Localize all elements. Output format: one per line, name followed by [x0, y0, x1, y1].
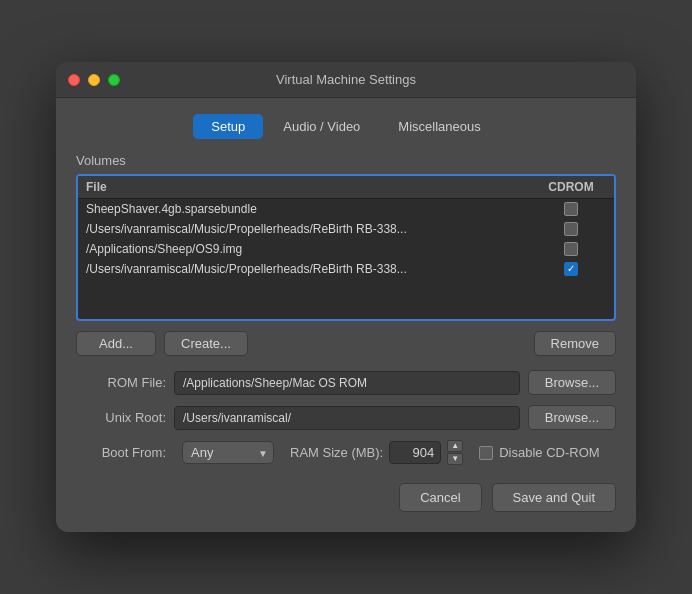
ram-decrement-button[interactable]: ▼ [447, 453, 463, 465]
unix-value: /Users/ivanramiscal/ [174, 406, 520, 430]
rom-label: ROM File: [76, 375, 166, 390]
volumes-header: File CDROM [78, 176, 614, 199]
close-button[interactable] [68, 74, 80, 86]
cdrom-checkbox-2[interactable] [564, 242, 578, 256]
ram-increment-button[interactable]: ▲ [447, 440, 463, 452]
vol-file-0: SheepShaver.4gb.sparsebundle [86, 202, 536, 216]
traffic-lights [68, 74, 120, 86]
vol-cdrom-0 [536, 202, 606, 216]
ram-input[interactable] [389, 441, 441, 464]
rom-value: /Applications/Sheep/Mac OS ROM [174, 371, 520, 395]
volumes-section-label: Volumes [76, 153, 616, 168]
tab-audio-video[interactable]: Audio / Video [265, 114, 378, 139]
disable-cdrom-label: Disable CD-ROM [499, 445, 599, 460]
remove-button[interactable]: Remove [534, 331, 616, 356]
ram-label: RAM Size (MB): [290, 445, 383, 460]
ram-group: RAM Size (MB): ▲ ▼ [290, 440, 463, 465]
window-title: Virtual Machine Settings [276, 72, 416, 87]
vol-file-2: /Applications/Sheep/OS9.img [86, 242, 536, 256]
vol-cdrom-3 [536, 262, 606, 276]
cdrom-checkbox-1[interactable] [564, 222, 578, 236]
tab-bar: Setup Audio / Video Miscellaneous [76, 114, 616, 139]
boot-row: Boot From: Any CD-ROM Hard Disk ▼ RAM Si… [76, 440, 616, 465]
volumes-buttons: Add... Create... Remove [76, 331, 616, 356]
vol-cdrom-2 [536, 242, 606, 256]
vol-file-1: /Users/ivanramiscal/Music/Propellerheads… [86, 222, 536, 236]
cdrom-checkbox-0[interactable] [564, 202, 578, 216]
table-row[interactable]: /Applications/Sheep/OS9.img [78, 239, 614, 259]
titlebar: Virtual Machine Settings [56, 62, 636, 98]
virtual-machine-settings-window: Virtual Machine Settings Setup Audio / V… [56, 62, 636, 532]
maximize-button[interactable] [108, 74, 120, 86]
volumes-box: File CDROM SheepShaver.4gb.sparsebundle … [76, 174, 616, 321]
create-button[interactable]: Create... [164, 331, 248, 356]
unix-label: Unix Root: [76, 410, 166, 425]
tab-setup[interactable]: Setup [193, 114, 263, 139]
tab-miscellaneous[interactable]: Miscellaneous [380, 114, 498, 139]
table-row[interactable]: /Users/ivanramiscal/Music/Propellerheads… [78, 259, 614, 279]
window-content: Setup Audio / Video Miscellaneous Volume… [56, 98, 636, 532]
ram-stepper: ▲ ▼ [447, 440, 463, 465]
vol-file-3: /Users/ivanramiscal/Music/Propellerheads… [86, 262, 536, 276]
rom-field-row: ROM File: /Applications/Sheep/Mac OS ROM… [76, 370, 616, 395]
table-row[interactable]: SheepShaver.4gb.sparsebundle [78, 199, 614, 219]
save-quit-button[interactable]: Save and Quit [492, 483, 616, 512]
volumes-list: SheepShaver.4gb.sparsebundle /Users/ivan… [78, 199, 614, 319]
minimize-button[interactable] [88, 74, 100, 86]
cancel-button[interactable]: Cancel [399, 483, 481, 512]
boot-label: Boot From: [76, 445, 166, 460]
table-row[interactable]: /Users/ivanramiscal/Music/Propellerheads… [78, 219, 614, 239]
boot-select[interactable]: Any CD-ROM Hard Disk [182, 441, 274, 464]
rom-browse-button[interactable]: Browse... [528, 370, 616, 395]
col-file-header: File [86, 180, 536, 194]
disable-cdrom-checkbox[interactable] [479, 446, 493, 460]
vol-cdrom-1 [536, 222, 606, 236]
add-button[interactable]: Add... [76, 331, 156, 356]
bottom-buttons: Cancel Save and Quit [76, 483, 616, 512]
unix-browse-button[interactable]: Browse... [528, 405, 616, 430]
boot-select-wrap: Any CD-ROM Hard Disk ▼ [182, 441, 274, 464]
cdrom-checkbox-3[interactable] [564, 262, 578, 276]
col-cdrom-header: CDROM [536, 180, 606, 194]
disable-cdrom-group: Disable CD-ROM [479, 445, 599, 460]
unix-field-row: Unix Root: /Users/ivanramiscal/ Browse..… [76, 405, 616, 430]
